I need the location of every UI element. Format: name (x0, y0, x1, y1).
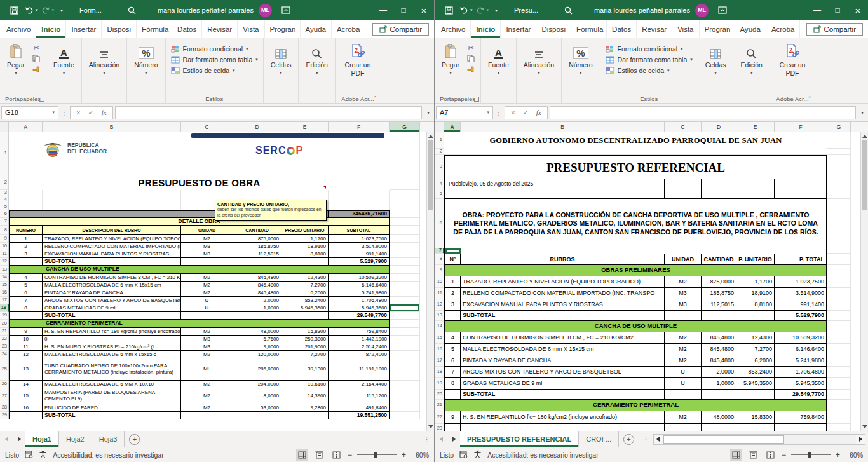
cut-icon[interactable]: ✂ (31, 43, 42, 52)
zoom-in-icon[interactable]: + (836, 451, 840, 459)
cell[interactable] (775, 189, 827, 199)
cell[interactable] (390, 266, 420, 274)
row-header[interactable]: 5 (0, 203, 9, 210)
row-header[interactable]: 22 (435, 411, 444, 424)
item-number[interactable]: 15 (9, 388, 43, 404)
customize-toolbar-icon[interactable]: ▾ (489, 2, 504, 18)
item-description[interactable]: MALLA ELECTROSOLDADA DE 6 MM X 10X10 (43, 381, 181, 388)
vertical-scrollbar[interactable] (860, 132, 868, 431)
cell[interactable] (827, 132, 851, 149)
cell[interactable] (390, 218, 420, 226)
item-price[interactable]: 18,9100 (281, 243, 329, 250)
share-button[interactable]: Compartir (806, 23, 863, 36)
section-row[interactable]: OBRAS PRELIMINARES (444, 265, 827, 276)
cell[interactable] (390, 328, 420, 336)
minimize-button[interactable]: — (373, 0, 393, 20)
item-price[interactable]: 10,6100 (281, 381, 329, 388)
row-header[interactable]: 5 (435, 189, 444, 199)
row-header[interactable]: 19 (0, 312, 9, 320)
select-all-corner[interactable] (435, 122, 444, 132)
sheet-tab[interactable]: Hoja2 (59, 431, 92, 447)
item-number[interactable]: 10 (9, 336, 43, 343)
table-header-cell[interactable]: PRECIO UNITARIO (281, 226, 329, 235)
page-break-view-icon[interactable] (764, 449, 776, 461)
avatar[interactable]: ML (695, 4, 709, 17)
scroll-right-icon[interactable] (856, 435, 865, 444)
subtotal-value[interactable]: 19.551,2500 (329, 412, 390, 419)
row-header[interactable]: 4 (0, 196, 9, 203)
cell[interactable] (702, 311, 736, 321)
accessibility-icon[interactable] (39, 450, 47, 459)
item-number[interactable]: 8 (444, 378, 461, 390)
section-row[interactable]: CERRAMIENTO PERIMETRAL (9, 320, 390, 328)
doc-heading[interactable]: PRESUPUESTO REFERENCIAL (444, 155, 827, 179)
format-as-table-button[interactable]: Dar formato como tabla▾ (606, 56, 693, 64)
cell[interactable] (390, 235, 420, 243)
cell[interactable] (390, 226, 420, 235)
cut-icon[interactable]: ✂ (465, 43, 477, 52)
cell[interactable] (827, 299, 851, 311)
cell[interactable] (233, 190, 281, 196)
item-price[interactable]: 250,3800 (281, 336, 329, 343)
undo-icon[interactable] (456, 2, 471, 18)
cell-styles-button[interactable]: Estilos de celda▾ (606, 67, 693, 74)
table-header-cell[interactable]: CANTIDAD (233, 226, 281, 235)
item-price[interactable]: 261,9000 (281, 343, 329, 351)
subtotal-label[interactable]: SUB-TOTAL (43, 412, 181, 419)
subtotal-value[interactable]: 29.549,7700 (775, 390, 827, 400)
item-unit[interactable]: M2 (181, 404, 233, 412)
cell[interactable] (281, 190, 329, 196)
cell[interactable] (827, 248, 851, 254)
cell[interactable] (827, 344, 851, 355)
item-total[interactable]: 115,1200 (329, 388, 390, 404)
cell[interactable] (390, 282, 420, 289)
cell[interactable] (281, 412, 329, 419)
menu-tab-acroba[interactable]: Acroba (332, 20, 365, 38)
item-price[interactable]: 6,2000 (736, 355, 775, 367)
column-header-C[interactable]: C (181, 122, 233, 132)
column-header-G[interactable]: G (827, 122, 851, 132)
row-header[interactable]: 26 (0, 381, 9, 388)
item-unit[interactable] (665, 424, 702, 431)
column-header-A[interactable]: A (444, 122, 461, 132)
item-qty[interactable]: 48,0000 (233, 328, 281, 336)
cell[interactable] (827, 288, 851, 299)
zoom-level[interactable]: 60% (845, 451, 863, 459)
cell[interactable] (736, 189, 775, 199)
cell[interactable] (390, 250, 420, 258)
item-price[interactable]: 15,8300 (736, 411, 775, 424)
cell[interactable] (827, 179, 851, 189)
item-price[interactable]: 12,4300 (281, 274, 329, 282)
row-header[interactable]: 8 (435, 254, 444, 265)
ribbon-display-options-icon[interactable] (278, 2, 294, 18)
item-total[interactable]: 1.706,4800 (775, 367, 827, 378)
subtotal-label[interactable]: SUB-TOTAL (461, 311, 665, 321)
cell[interactable] (827, 411, 851, 424)
item-number[interactable]: 2 (444, 288, 461, 299)
item-unit[interactable]: M2 (181, 351, 233, 358)
cell[interactable] (827, 254, 851, 265)
cell[interactable] (827, 355, 851, 367)
number-format-button[interactable]: % Número▾ (130, 41, 162, 93)
sheet-tab[interactable]: CROI ... (579, 431, 619, 447)
item-total[interactable]: 5.945,3500 (329, 304, 390, 312)
tab-nav-right-icon[interactable] (447, 431, 460, 447)
item-qty[interactable]: 112,5015 (702, 299, 736, 311)
undo-icon[interactable] (22, 2, 37, 18)
item-description[interactable]: RELLENO COMPACTADO CON MATERIAL IMPORTAD… (43, 243, 181, 250)
item-number[interactable]: 2 (9, 243, 43, 250)
row-header[interactable]: 16 (0, 289, 9, 297)
item-total[interactable] (775, 424, 827, 431)
cell[interactable] (444, 311, 461, 321)
cell[interactable] (9, 196, 43, 203)
column-header-A[interactable]: A (9, 122, 43, 132)
item-unit[interactable]: ML (181, 358, 233, 381)
item-qty[interactable]: 845,4800 (233, 289, 281, 297)
cell[interactable] (390, 289, 420, 297)
cell[interactable] (736, 390, 775, 400)
cell[interactable] (827, 265, 851, 276)
item-qty[interactable]: 8,0000 (233, 388, 281, 404)
row-header[interactable]: 29 (0, 412, 9, 419)
item-number[interactable]: 6 (9, 289, 43, 297)
menu-tab-vista[interactable]: Vista (238, 20, 264, 38)
